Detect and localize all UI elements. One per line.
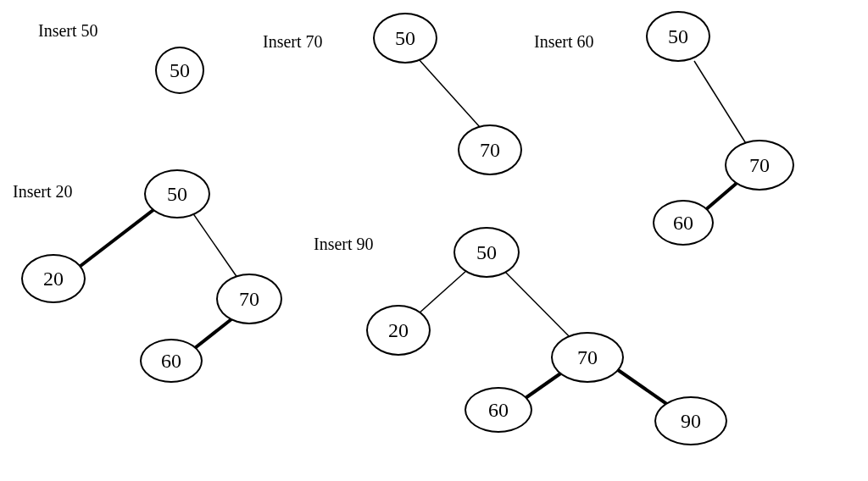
node-t4-60: 60: [140, 339, 203, 383]
node-t4-20: 20: [21, 254, 86, 303]
node-t2-70: 70: [458, 124, 522, 175]
node-t4-70: 70: [216, 274, 282, 324]
svg-line-1: [694, 61, 751, 152]
svg-line-7: [504, 271, 578, 346]
node-t5-60: 60: [465, 387, 532, 433]
node-t4-50: 50: [144, 169, 210, 218]
node-t3-50: 50: [646, 11, 710, 62]
node-t3-60: 60: [653, 200, 714, 246]
node-t5-50: 50: [453, 227, 520, 278]
node-t1-50: 50: [155, 47, 204, 94]
node-t5-90: 90: [654, 396, 727, 445]
svg-line-3: [70, 207, 158, 274]
node-t3-70: 70: [725, 140, 794, 191]
node-t5-20: 20: [366, 305, 431, 356]
node-t2-50: 50: [373, 13, 437, 64]
tree-edges: [0, 0, 868, 481]
node-t5-70: 70: [551, 332, 624, 383]
svg-line-0: [419, 59, 487, 135]
